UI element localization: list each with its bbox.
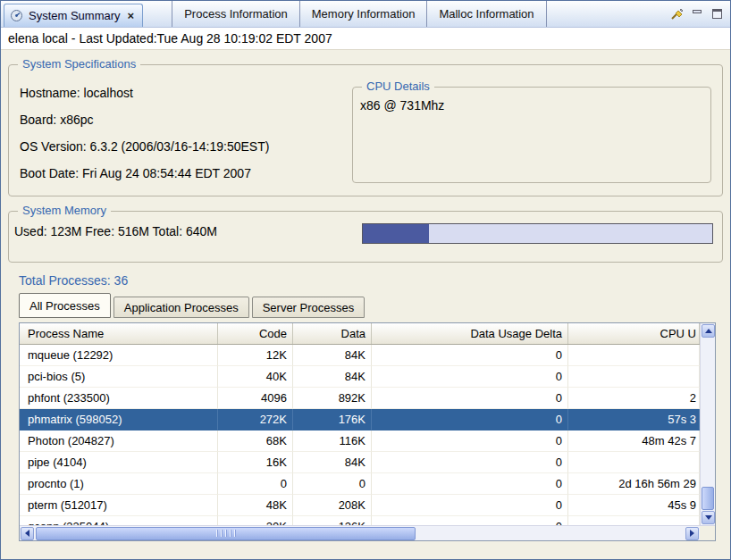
cell-data: 208K [293,495,372,516]
arrow-down-icon [705,515,712,520]
tab-all-processes[interactable]: All Processes [19,293,111,318]
cell-data: 84K [293,452,372,473]
scroll-left-button[interactable] [21,527,34,540]
cell-process-name: phfont (233500) [20,388,218,409]
scroll-down-button[interactable] [702,511,715,524]
cell-data: 176K [293,409,372,430]
cell-code: 0 [218,473,293,495]
hscroll-thumb[interactable] [36,527,416,540]
arrow-up-icon [705,329,712,333]
cell-cpu: 45s 9 [568,495,700,516]
column-header-data-usage-delta[interactable]: Data Usage Delta [372,323,568,344]
cell-process-name: mqueue (12292) [20,345,218,366]
cell-delta: 0 [372,495,568,516]
cell-delta: 0 [372,430,568,452]
table-row[interactable]: phfont (233500) 4096 892K 0 2 [20,388,700,409]
cell-process-name: pterm (512017) [20,495,218,516]
status-line: elena local - Last Updated:Tue Aug 28 10… [1,28,730,50]
cell-data: 84K [293,366,372,388]
table-body: mqueue (12292) 12K 84K 0 pci-bios (5) 40… [20,345,700,525]
memory-usage-bar [362,223,713,244]
tab-label: Application Processes [124,301,239,314]
tab-label: Server Processes [263,301,355,314]
cell-code: 20K [218,516,293,525]
column-header-code[interactable]: Code [218,323,293,344]
tab-label: Malloc Information [439,7,534,21]
column-header-cpu-usage[interactable]: CPU U [568,323,700,344]
scrollbar-corner [700,526,715,540]
arrow-right-icon [690,530,694,537]
table-row-selected[interactable]: phmatrix (598052) 272K 176K 0 57s 3 [20,409,700,430]
system-summary-icon [10,9,23,22]
tab-server-processes[interactable]: Server Processes [252,297,366,318]
tab-system-summary[interactable]: System Summary × [4,4,143,27]
tab-label: Process Information [184,7,288,21]
system-specifications-group: System Specifications Hostname: localhos… [8,64,723,196]
arrow-left-icon [25,530,29,537]
cell-data: 0 [293,473,372,495]
table-row[interactable]: pipe (4104) 16K 84K 0 [20,452,700,473]
cell-delta: 0 [372,388,568,409]
view-toolbar [669,1,730,27]
cell-cpu [568,452,700,473]
column-header-process-name[interactable]: Process Name [20,323,218,344]
table-row[interactable]: Photon (204827) 68K 116K 0 48m 42s 7 [20,430,700,452]
group-title: System Memory [18,204,111,217]
summary-content: System Specifications Hostname: localhos… [1,50,730,541]
tab-label: System Summary [29,9,121,22]
cell-delta: 0 [372,409,568,430]
vscroll-thumb[interactable] [702,487,714,510]
column-header-data[interactable]: Data [293,323,372,344]
cell-process-name: pci-bios (5) [20,366,218,388]
cell-cpu [568,366,700,388]
horizontal-scrollbar[interactable] [20,526,700,540]
cell-process-name: Photon (204827) [20,430,218,452]
cell-data: 116K [293,430,372,452]
tab-malloc-information[interactable]: Malloc Information [427,1,546,27]
cell-process-name: pipe (4104) [20,452,218,473]
vscroll-track[interactable] [701,339,715,487]
close-icon[interactable]: × [128,9,135,22]
minimize-icon[interactable] [692,9,703,19]
cell-delta: 0 [372,345,568,366]
table-row[interactable]: pterm (512017) 48K 208K 0 45s 9 [20,495,700,516]
cpu-details-group: CPU Details x86 @ 731Mhz [352,87,711,183]
cell-process-name: procnto (1) [20,473,218,495]
cell-data: 84K [293,345,372,366]
clear-icon[interactable] [669,7,684,21]
process-tab-strip: All Processes Application Processes Serv… [19,293,723,318]
tab-process-information[interactable]: Process Information [172,1,300,27]
thumb-grip [216,530,236,537]
group-title: CPU Details [362,79,434,93]
tab-memory-information[interactable]: Memory Information [300,1,428,27]
cell-process-name: qconn (335044) [20,516,218,525]
scroll-right-button[interactable] [685,527,699,540]
maximize-icon[interactable] [711,9,723,19]
cell-cpu: 2 [568,388,700,409]
cell-delta: 0 [372,452,568,473]
table-row[interactable]: procnto (1) 0 0 0 2d 16h 56m 29 [20,473,700,495]
cell-code: 68K [218,430,293,452]
cell-delta: 0 [372,473,568,495]
table-row[interactable]: pci-bios (5) 40K 84K 0 [20,366,700,388]
scroll-up-button[interactable] [702,324,715,338]
tab-label: Memory Information [312,7,416,21]
vertical-scrollbar[interactable] [700,323,715,525]
system-information-window: System Summary × Process Information Mem… [0,0,731,560]
table-row[interactable]: mqueue (12292) 12K 84K 0 [20,345,700,366]
cpu-value: x86 @ 731Mhz [360,98,703,113]
cell-delta: 0 [372,516,568,525]
cell-code: 16K [218,452,293,473]
cell-data: 892K [293,388,372,409]
cell-cpu [568,345,700,366]
table-row[interactable]: qconn (335044) 20K 136K 0 [20,516,700,525]
cell-code: 40K [218,366,293,388]
cell-code: 12K [218,345,293,366]
cell-cpu: 48m 42s 7 [568,430,700,452]
table-header-row: Process Name Code Data Data Usage Delta … [20,323,700,345]
cell-process-name: phmatrix (598052) [20,409,218,430]
cell-delta: 0 [372,366,568,388]
total-processes-label: Total Processes: 36 [19,273,723,288]
tab-application-processes[interactable]: Application Processes [113,297,249,318]
view-tab-bar: System Summary × Process Information Mem… [1,1,730,28]
